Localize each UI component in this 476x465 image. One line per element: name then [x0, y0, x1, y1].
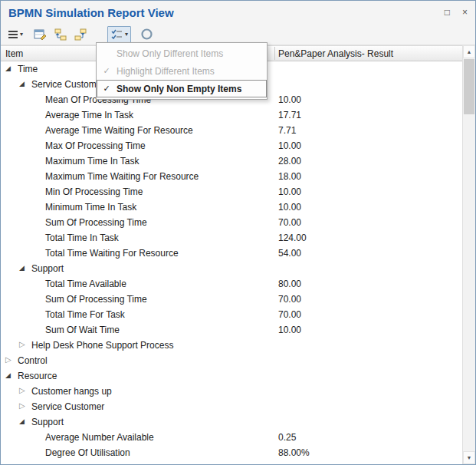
row-value: 7.71: [278, 125, 296, 136]
row-label: Service Customer: [31, 79, 104, 90]
row-label: Sum Of Processing Time: [45, 217, 147, 228]
row-label: Min Of Processing Time: [45, 186, 143, 197]
row-label: Degree Of Utilisation: [45, 447, 130, 458]
expanded-arrow-icon[interactable]: ◢: [5, 371, 11, 380]
row-label: Maximum Time Waiting For Resource: [45, 171, 199, 182]
row-value: 70.00: [278, 309, 301, 320]
table-row[interactable]: Maximum Time Waiting For Resource18.00: [1, 169, 463, 184]
expanded-arrow-icon[interactable]: ◢: [5, 64, 11, 73]
table-row[interactable]: Average Number Available0.25: [1, 430, 463, 445]
hamburger-icon: [8, 29, 18, 40]
collapsed-arrow-icon[interactable]: ▷: [19, 401, 25, 410]
row-label: Support: [31, 263, 64, 274]
table-row[interactable]: Average Time Waiting For Resource7.71: [1, 123, 463, 138]
table-row[interactable]: Total Time For Task70.00: [1, 307, 463, 322]
row-label: Sum Of Processing Time: [45, 294, 147, 305]
window-controls: □ ×: [445, 8, 468, 17]
close-button[interactable]: ×: [462, 8, 468, 17]
table-row[interactable]: ▷Service Customer: [1, 399, 463, 414]
table-row[interactable]: Sum Of Wait Time10.00: [1, 322, 463, 338]
row-label: Help Desk Phone Support Process: [31, 340, 173, 351]
row-label: Service Customer: [31, 401, 104, 412]
table-row[interactable]: ▷Control: [1, 353, 463, 368]
row-value: 124.00: [278, 232, 307, 243]
filter-checklist-icon: [110, 28, 123, 40]
scroll-down-button[interactable]: ▼: [463, 451, 475, 464]
vertical-scrollbar[interactable]: ▲ ▼: [462, 45, 475, 464]
maximize-button[interactable]: □: [445, 8, 450, 17]
row-value: 80.00: [278, 279, 301, 289]
report-view-window: BPMN Simulation Report View □ × ▾: [0, 0, 476, 465]
filter-options-button[interactable]: ▾: [107, 26, 131, 43]
table-row[interactable]: ◢Support: [1, 414, 463, 430]
hamburger-menu-button[interactable]: ▾: [5, 26, 26, 43]
menu-item[interactable]: Show Only Different Items: [97, 45, 267, 62]
row-label: Time: [18, 64, 38, 74]
table-row[interactable]: Average Time In Task17.71: [1, 107, 463, 123]
titlebar: BPMN Simulation Report View □ ×: [1, 1, 475, 24]
collapsed-arrow-icon[interactable]: ▷: [19, 386, 25, 394]
row-value: 10.00: [278, 94, 301, 105]
table-row[interactable]: Degree Of Utilisation88.00%: [1, 445, 463, 460]
scrollbar-thumb[interactable]: [464, 59, 474, 114]
menu-item-label: Highlight Different Items: [117, 66, 215, 77]
row-value: 10.00: [278, 325, 301, 335]
record-circle-icon: [140, 28, 153, 41]
table-row[interactable]: Total Time In Task124.00: [1, 230, 463, 246]
row-value: 70.00: [278, 217, 301, 228]
row-label: Total Time In Task: [45, 232, 119, 243]
checkmark-icon: ✓: [97, 66, 117, 76]
row-label: Average Time In Task: [45, 110, 133, 120]
table-row[interactable]: ◢Resource: [1, 368, 463, 384]
table-row[interactable]: Max Of Processing Time10.00: [1, 138, 463, 153]
row-label: Resource: [18, 371, 57, 381]
table-row[interactable]: Min Of Processing Time10.00: [1, 184, 463, 200]
tree-rows: ◢Time◢Service CustomerMean Of Processing…: [1, 61, 463, 460]
tree-demote-button[interactable]: [71, 26, 90, 43]
table-row[interactable]: Maximum Time In Task28.00: [1, 153, 463, 169]
row-label: Minimum Time In Task: [45, 202, 136, 213]
row-value: 28.00: [278, 156, 301, 167]
row-value: 10.00: [278, 140, 301, 151]
row-label: Customer hangs up: [31, 386, 112, 397]
table-row[interactable]: ▷Customer hangs up: [1, 384, 463, 399]
row-value: 10.00: [278, 202, 301, 213]
scroll-up-button[interactable]: ▲: [463, 45, 475, 58]
window-title: BPMN Simulation Report View: [8, 6, 445, 19]
table-row[interactable]: Sum Of Processing Time70.00: [1, 215, 463, 230]
chevron-down-icon: ▾: [20, 31, 23, 38]
row-value: 10.00: [278, 186, 301, 197]
row-label: Support: [31, 417, 64, 427]
chevron-down-icon: ▾: [125, 31, 128, 38]
table-row[interactable]: Minimum Time In Task10.00: [1, 200, 463, 215]
tree-promote-button[interactable]: [51, 26, 71, 43]
row-label: Maximum Time In Task: [45, 156, 139, 167]
menu-item-label: Show Only Different Items: [117, 48, 223, 59]
collapsed-arrow-icon[interactable]: ▷: [5, 355, 11, 364]
expanded-arrow-icon[interactable]: ◢: [19, 80, 25, 88]
edit-report-icon: [34, 28, 48, 41]
table-row[interactable]: Total Time Waiting For Resource54.00: [1, 246, 463, 261]
menu-item-label: Show Only Non Empty Items: [117, 84, 241, 94]
table-row[interactable]: ▷Help Desk Phone Support Process: [1, 338, 463, 353]
row-label: Control: [18, 355, 48, 366]
row-value: 54.00: [278, 248, 301, 259]
column-header-result[interactable]: Pen&Paper Analysis- Result: [278, 48, 393, 59]
table-row[interactable]: ◢Support: [1, 261, 463, 276]
row-value: 70.00: [278, 294, 301, 305]
menu-item[interactable]: ✓Highlight Different Items: [97, 62, 267, 80]
table-row[interactable]: Sum Of Processing Time70.00: [1, 292, 463, 307]
checkmark-icon: ✓: [97, 84, 117, 94]
edit-report-button[interactable]: [31, 26, 51, 43]
expanded-arrow-icon[interactable]: ◢: [19, 264, 25, 272]
expanded-arrow-icon[interactable]: ◢: [19, 417, 25, 426]
menu-item[interactable]: ✓Show Only Non Empty Items: [97, 80, 267, 97]
row-label: Sum Of Wait Time: [45, 325, 120, 335]
column-header-item[interactable]: Item: [5, 48, 23, 59]
row-label: Total Time Available: [45, 279, 126, 289]
table-row[interactable]: Total Time Available80.00: [1, 276, 463, 292]
row-label: Average Number Available: [45, 432, 154, 443]
record-button[interactable]: [137, 26, 156, 43]
column-divider[interactable]: [274, 47, 275, 60]
collapsed-arrow-icon[interactable]: ▷: [19, 340, 25, 348]
